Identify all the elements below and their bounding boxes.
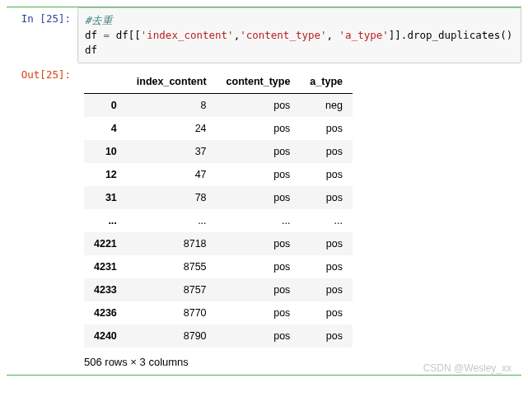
cell: 37 (127, 140, 217, 163)
cell: 8755 (127, 255, 217, 278)
cell: pos (217, 186, 301, 209)
output-prompt: Out[25]: (7, 63, 77, 81)
row-index: ... (84, 209, 127, 232)
code-text: df (85, 29, 104, 41)
cell: pos (217, 140, 301, 163)
code-op: = (104, 29, 110, 41)
cell: pos (300, 163, 353, 186)
cell: pos (300, 278, 353, 301)
cell: pos (217, 301, 301, 324)
cell: pos (217, 94, 301, 118)
cell: ... (300, 209, 353, 232)
input-prompt: In [25]: (7, 7, 77, 25)
cell: pos (300, 255, 353, 278)
code-comment: #去重 (85, 14, 113, 26)
code-text: ]].drop_duplicates() (389, 29, 513, 41)
cell: 8718 (127, 232, 217, 255)
cell: ... (127, 209, 217, 232)
row-index: 12 (84, 163, 127, 186)
cell: 47 (127, 163, 217, 186)
col-blank (84, 70, 127, 94)
table-row: 1247pospos (84, 163, 353, 186)
input-cell: In [25]: #去重 df = df[['index_content','c… (7, 7, 521, 63)
watermark: CSDN @Wesley_xx (7, 362, 521, 374)
cell: pos (300, 186, 353, 209)
table-row: ............ (84, 209, 353, 232)
table-header-row: index_content content_type a_type (84, 70, 353, 94)
row-index: 4240 (84, 324, 127, 348)
cell: 8757 (127, 278, 217, 301)
row-index: 0 (84, 94, 127, 118)
cell: pos (300, 301, 353, 324)
code-editor[interactable]: #去重 df = df[['index_content','content_ty… (77, 7, 521, 63)
cell: 8790 (127, 324, 217, 348)
cell: ... (217, 209, 301, 232)
row-index: 10 (84, 140, 127, 163)
table-row: 42218718pospos (84, 232, 353, 255)
code-text: df (85, 44, 97, 56)
dataframe-table: index_content content_type a_type 08posn… (84, 70, 353, 348)
table-row: 42318755pospos (84, 255, 353, 278)
cell: pos (217, 163, 301, 186)
row-index: 4 (84, 117, 127, 140)
cell: pos (217, 232, 301, 255)
cell: pos (300, 140, 353, 163)
code-string: 'a_type' (339, 29, 389, 41)
cell: pos (217, 117, 301, 140)
notebook-cell-wrapper: In [25]: #去重 df = df[['index_content','c… (7, 7, 521, 376)
col-content-type: content_type (217, 70, 301, 94)
col-index-content: index_content (127, 70, 217, 94)
table-row: 424pospos (84, 117, 353, 140)
output-cell: Out[25]: index_content content_type a_ty… (7, 63, 521, 375)
table-row: 42408790pospos (84, 324, 353, 348)
code-string: 'content_type' (240, 29, 326, 41)
row-index: 4233 (84, 278, 127, 301)
output-area: index_content content_type a_type 08posn… (77, 63, 521, 375)
table-row: 1037pospos (84, 140, 353, 163)
row-index: 4221 (84, 232, 127, 255)
code-text: , (327, 29, 339, 41)
cell: pos (300, 324, 353, 348)
row-index: 4236 (84, 301, 127, 324)
cell: neg (300, 94, 353, 118)
cell: pos (300, 232, 353, 255)
code-text: df[[ (110, 29, 141, 41)
table-row: 42338757pospos (84, 278, 353, 301)
cell: pos (217, 278, 301, 301)
row-index: 4231 (84, 255, 127, 278)
cell: 8770 (127, 301, 217, 324)
table-row: 3178pospos (84, 186, 353, 209)
col-a-type: a_type (300, 70, 353, 94)
row-index: 31 (84, 186, 127, 209)
cell: pos (300, 117, 353, 140)
cell: pos (217, 255, 301, 278)
table-row: 42368770pospos (84, 301, 353, 324)
cell: pos (217, 324, 301, 348)
cell: 24 (127, 117, 217, 140)
code-string: 'index_content' (141, 29, 234, 41)
cell: 78 (127, 186, 217, 209)
table-row: 08posneg (84, 94, 353, 118)
cell: 8 (127, 94, 217, 118)
